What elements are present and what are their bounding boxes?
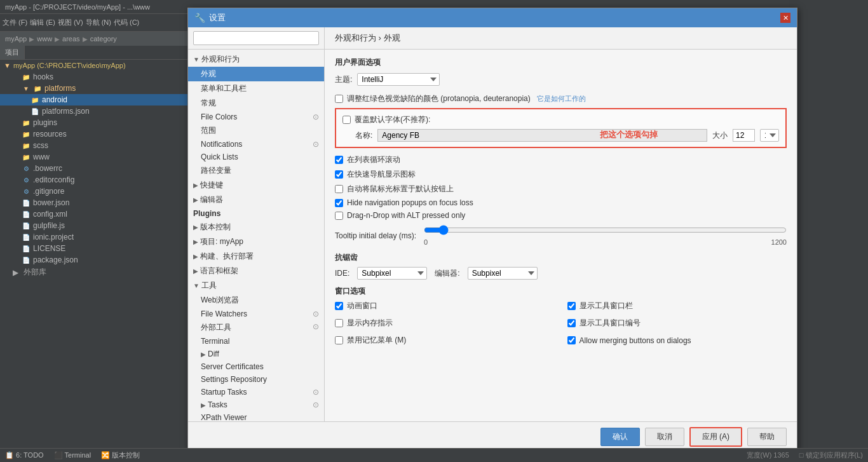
nav-appearance[interactable]: 外观: [188, 67, 324, 81]
breadcrumb-category[interactable]: category: [90, 35, 117, 43]
nav-tasks[interactable]: ▶Tasks ⊙: [188, 398, 324, 411]
nav-diff[interactable]: ▶Diff: [188, 348, 324, 360]
cycle-scrolling-row: 在列表循环滚动: [335, 154, 787, 165]
tooltip-slider[interactable]: [424, 225, 787, 235]
todo-tab[interactable]: 📋 6: TODO: [5, 451, 44, 459]
breadcrumb-myapp[interactable]: myApp: [5, 35, 27, 43]
version-control-tab[interactable]: 🔀 版本控制: [101, 451, 140, 460]
nav-notifications[interactable]: Notifications ⊙: [188, 138, 324, 151]
drag-drop-checkbox[interactable]: [335, 212, 343, 220]
nav-startup-tasks[interactable]: Startup Tasks ⊙: [188, 386, 324, 398]
tree-editorconfig[interactable]: ⚙.editorconfig: [0, 174, 187, 186]
nav-path-variables[interactable]: 路径变量: [188, 163, 324, 178]
tree-config-xml[interactable]: 📄config.xml: [0, 208, 187, 220]
ide-menu-edit[interactable]: 编辑 (E): [30, 18, 55, 27]
tree-platforms-json[interactable]: 📄platforms.json: [0, 105, 187, 117]
tree-external-libs[interactable]: ▶外部库: [0, 266, 187, 279]
breadcrumb-areas[interactable]: areas: [62, 35, 80, 43]
tree-license[interactable]: 📄LICENSE: [0, 243, 187, 254]
animated-windows-label[interactable]: 动画窗口: [347, 301, 377, 311]
nav-keymap[interactable]: ▶快捷键: [188, 178, 324, 193]
apply-button[interactable]: 应用 (A): [689, 427, 742, 447]
breadcrumb-www[interactable]: www: [37, 35, 52, 43]
ide-menu-view[interactable]: 视图 (V): [58, 18, 83, 27]
settings-search-input[interactable]: [193, 31, 319, 45]
nav-version-control[interactable]: ▶版本控制: [188, 220, 324, 234]
tree-gulpfile[interactable]: 📄gulpfile.js: [0, 220, 187, 231]
ide-menu-file[interactable]: 文件 (F): [3, 18, 27, 27]
nav-tools[interactable]: ▼工具: [188, 278, 324, 293]
terminal-tab[interactable]: ⬛ Terminal: [54, 451, 91, 459]
nav-plugins[interactable]: Plugins: [188, 207, 324, 220]
ide-aa-select[interactable]: SubpixelGreyscaleLCDDefault: [357, 267, 427, 280]
tab-project[interactable]: 项目: [0, 46, 25, 59]
tree-android[interactable]: 📁android: [0, 94, 187, 105]
tree-package-json[interactable]: 📄package.json: [0, 254, 187, 266]
hide-nav-checkbox[interactable]: [335, 199, 343, 207]
tree-resources[interactable]: 📁resources: [0, 128, 187, 140]
font-override-label[interactable]: 覆盖默认字体(不推荐):: [355, 114, 430, 125]
nav-settings-repository[interactable]: Settings Repository: [188, 373, 324, 386]
theme-select[interactable]: IntelliJ Darcula High contrast: [357, 73, 440, 86]
auto-position-label[interactable]: 自动将鼠标光标置于默认按钮上: [347, 184, 454, 194]
tree-ionic-project[interactable]: 📄ionic.project: [0, 231, 187, 243]
nav-lang[interactable]: ▶语言和框架: [188, 264, 324, 278]
project-root-item[interactable]: ▼ myApp (C:\PROJECT\video\myApp): [0, 60, 187, 71]
font-override-checkbox[interactable]: [342, 116, 351, 124]
auto-position-checkbox[interactable]: [335, 185, 343, 193]
nav-file-watchers[interactable]: File Watchers ⊙: [188, 308, 324, 320]
nav-terminal[interactable]: Terminal: [188, 335, 324, 348]
show-memory-checkbox[interactable]: [335, 319, 343, 327]
disable-mru-checkbox[interactable]: [335, 336, 343, 344]
show-icons-label[interactable]: 在快速导航显示图标: [347, 169, 416, 180]
cycle-scrolling-label[interactable]: 在列表循环滚动: [347, 154, 400, 165]
dialog-close-button[interactable]: ✕: [780, 13, 790, 23]
nav-quick-lists[interactable]: Quick Lists: [188, 151, 324, 163]
ide-menu-code[interactable]: 代码 (C): [114, 18, 139, 27]
tree-bower-json[interactable]: 📄bower.json: [0, 197, 187, 208]
nav-project-myapp[interactable]: ▶项目: myApp: [188, 234, 324, 249]
show-memory-label[interactable]: 显示内存指示: [347, 318, 393, 329]
help-button[interactable]: 帮助: [747, 428, 787, 446]
tree-www[interactable]: 📁www: [0, 151, 187, 163]
font-name-input[interactable]: [377, 129, 707, 142]
show-toolbar-label[interactable]: 显示工具窗口栏: [580, 301, 633, 311]
nav-regular[interactable]: 常规: [188, 96, 324, 111]
nav-file-colors[interactable]: File Colors ⊙: [188, 111, 324, 123]
tree-platforms[interactable]: ▼📁platforms: [0, 83, 187, 94]
tree-plugins[interactable]: 📁plugins: [0, 117, 187, 128]
hide-nav-label[interactable]: Hide navigation popups on focus loss: [347, 198, 473, 207]
allow-merge-label[interactable]: Allow merging buttons on dialogs: [580, 336, 691, 345]
drag-drop-label[interactable]: Drag-n-Drop with ALT pressed only: [347, 211, 465, 220]
tree-hooks[interactable]: 📁hooks: [0, 71, 187, 83]
cycle-scrolling-checkbox[interactable]: [335, 156, 343, 164]
ok-button[interactable]: 确认: [600, 428, 640, 446]
nav-scope[interactable]: 范围: [188, 123, 324, 138]
color-blind-checkbox[interactable]: [335, 95, 343, 103]
nav-xpath-viewer[interactable]: XPath Viewer: [188, 411, 324, 421]
ide-menu-navigate[interactable]: 导航 (N): [86, 18, 111, 27]
nav-web-browser[interactable]: Web浏览器: [188, 293, 324, 308]
font-size-input[interactable]: [733, 129, 755, 142]
show-toolbar-numbers-label[interactable]: 显示工具窗口编号: [580, 318, 641, 329]
font-size-dropdown[interactable]: 121014: [760, 129, 779, 142]
editor-aa-select[interactable]: SubpixelGreyscaleLCDDefault: [468, 267, 538, 280]
show-toolbar-numbers-checkbox[interactable]: [567, 319, 576, 327]
animated-windows-checkbox[interactable]: [335, 302, 343, 310]
show-toolbar-checkbox[interactable]: [567, 302, 576, 310]
nav-appearance-behavior[interactable]: ▼外观和行为: [188, 52, 324, 67]
tree-gitignore[interactable]: ⚙.gitignore: [0, 186, 187, 197]
how-it-works-link[interactable]: 它是如何工作的: [537, 94, 586, 104]
nav-menus-toolbars[interactable]: 菜单和工具栏: [188, 81, 324, 96]
disable-mru-label[interactable]: 禁用记忆菜单 (M): [347, 335, 406, 346]
allow-merge-checkbox[interactable]: [567, 336, 576, 344]
tree-scss[interactable]: 📁scss: [0, 140, 187, 151]
tree-bowerrc[interactable]: ⚙.bowerrc: [0, 163, 187, 174]
color-blind-label[interactable]: 调整红绿色视觉缺陷的颜色 (protanopia, deuteranopia): [347, 93, 531, 104]
nav-external-tools[interactable]: 外部工具 ⊙: [188, 320, 324, 335]
nav-build[interactable]: ▶构建、执行部署: [188, 249, 324, 264]
nav-server-certificates[interactable]: Server Certificates: [188, 360, 324, 373]
cancel-button[interactable]: 取消: [645, 428, 684, 446]
show-icons-checkbox[interactable]: [335, 170, 343, 179]
nav-editor[interactable]: ▶编辑器: [188, 193, 324, 207]
